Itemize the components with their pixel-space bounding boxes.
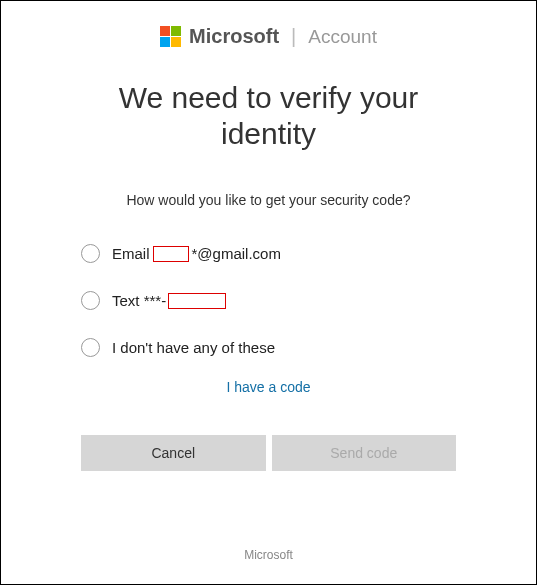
masked-input-icon — [153, 246, 189, 262]
header-account: Account — [308, 26, 377, 48]
option-email-label: Email *@gmail.com — [112, 245, 281, 262]
brand-name: Microsoft — [189, 25, 279, 48]
masked-input-icon — [168, 293, 226, 309]
radio-icon — [81, 338, 100, 357]
footer: Microsoft — [1, 526, 536, 584]
option-none-label: I don't have any of these — [112, 339, 275, 356]
main-content: We need to verify your identity How woul… — [1, 58, 536, 526]
option-none[interactable]: I don't have any of these — [81, 338, 456, 357]
text-prefix: Text ***- — [112, 292, 166, 309]
send-code-button[interactable]: Send code — [272, 435, 457, 471]
prompt-text: How would you like to get your security … — [126, 192, 410, 208]
cancel-button[interactable]: Cancel — [81, 435, 266, 471]
email-suffix: *@gmail.com — [192, 245, 281, 262]
option-text[interactable]: Text ***- — [81, 291, 456, 310]
options-group: Email *@gmail.com Text ***- I don't have… — [81, 244, 456, 357]
header: Microsoft | Account — [1, 1, 536, 58]
radio-icon — [81, 291, 100, 310]
option-text-label: Text ***- — [112, 292, 226, 309]
have-code-link[interactable]: I have a code — [226, 379, 310, 395]
email-prefix: Email — [112, 245, 150, 262]
header-divider: | — [291, 25, 296, 48]
button-row: Cancel Send code — [81, 435, 456, 471]
microsoft-logo-icon — [160, 26, 181, 47]
radio-icon — [81, 244, 100, 263]
option-email[interactable]: Email *@gmail.com — [81, 244, 456, 263]
page-title: We need to verify your identity — [81, 80, 456, 152]
